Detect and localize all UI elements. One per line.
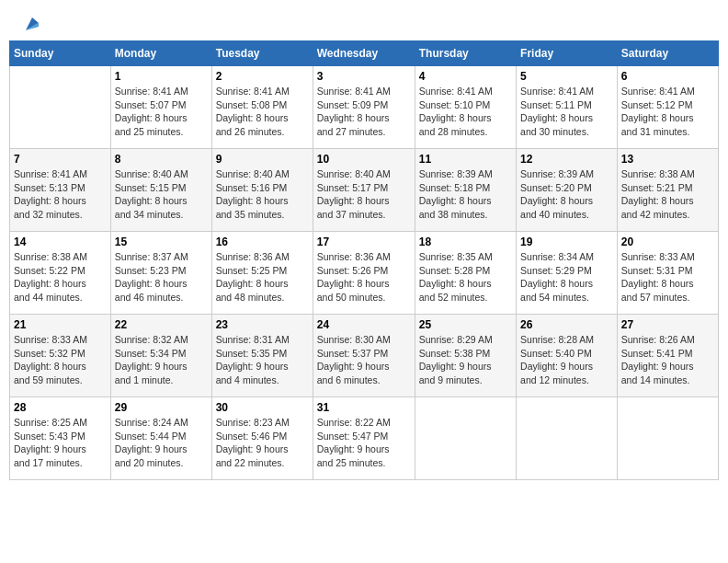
day-number: 7 (14, 153, 107, 166)
calendar-cell: 11Sunrise: 8:39 AM Sunset: 5:18 PM Dayli… (415, 149, 516, 232)
week-row-3: 14Sunrise: 8:38 AM Sunset: 5:22 PM Dayli… (10, 232, 719, 315)
day-number: 17 (317, 236, 411, 248)
day-info: Sunrise: 8:39 AM Sunset: 5:18 PM Dayligh… (419, 167, 512, 222)
day-number: 12 (520, 153, 613, 166)
day-info: Sunrise: 8:41 AM Sunset: 5:08 PM Dayligh… (216, 85, 309, 139)
day-info: Sunrise: 8:23 AM Sunset: 5:46 PM Dayligh… (216, 416, 309, 470)
day-info: Sunrise: 8:26 AM Sunset: 5:41 PM Dayligh… (621, 333, 714, 387)
week-row-4: 21Sunrise: 8:33 AM Sunset: 5:32 PM Dayli… (10, 315, 719, 397)
day-info: Sunrise: 8:41 AM Sunset: 5:09 PM Dayligh… (317, 85, 411, 139)
day-info: Sunrise: 8:41 AM Sunset: 5:07 PM Dayligh… (115, 85, 208, 139)
day-number: 8 (115, 153, 208, 166)
week-row-2: 7Sunrise: 8:41 AM Sunset: 5:13 PM Daylig… (10, 149, 719, 232)
day-info: Sunrise: 8:37 AM Sunset: 5:23 PM Dayligh… (115, 250, 208, 304)
calendar-cell: 31Sunrise: 8:22 AM Sunset: 5:47 PM Dayli… (313, 397, 415, 480)
calendar-cell: 26Sunrise: 8:28 AM Sunset: 5:40 PM Dayli… (517, 315, 618, 397)
calendar-cell: 3Sunrise: 8:41 AM Sunset: 5:09 PM Daylig… (313, 66, 415, 149)
day-number: 28 (14, 401, 107, 414)
calendar-cell: 2Sunrise: 8:41 AM Sunset: 5:08 PM Daylig… (211, 66, 313, 149)
calendar-cell (617, 397, 718, 480)
calendar-cell: 13Sunrise: 8:38 AM Sunset: 5:21 PM Dayli… (617, 149, 718, 232)
calendar-cell: 14Sunrise: 8:38 AM Sunset: 5:22 PM Dayli… (10, 232, 111, 315)
day-number: 14 (14, 236, 107, 248)
day-info: Sunrise: 8:30 AM Sunset: 5:37 PM Dayligh… (317, 333, 411, 387)
day-info: Sunrise: 8:40 AM Sunset: 5:15 PM Dayligh… (115, 167, 208, 222)
column-header-thursday: Thursday (415, 41, 516, 66)
column-header-friday: Friday (517, 41, 618, 66)
calendar-cell: 15Sunrise: 8:37 AM Sunset: 5:23 PM Dayli… (110, 232, 211, 315)
day-number: 9 (216, 153, 309, 166)
calendar-cell: 18Sunrise: 8:35 AM Sunset: 5:28 PM Dayli… (415, 232, 516, 315)
calendar-cell: 30Sunrise: 8:23 AM Sunset: 5:46 PM Dayli… (211, 397, 313, 480)
calendar-cell: 12Sunrise: 8:39 AM Sunset: 5:20 PM Dayli… (517, 149, 618, 232)
day-info: Sunrise: 8:40 AM Sunset: 5:17 PM Dayligh… (317, 167, 411, 222)
calendar-cell: 17Sunrise: 8:36 AM Sunset: 5:26 PM Dayli… (313, 232, 415, 315)
day-number: 27 (621, 318, 714, 331)
logo-icon (22, 14, 42, 34)
calendar-cell: 7Sunrise: 8:41 AM Sunset: 5:13 PM Daylig… (10, 149, 111, 232)
column-header-saturday: Saturday (617, 41, 718, 66)
day-number: 11 (419, 153, 512, 166)
day-number: 2 (216, 70, 309, 83)
calendar-cell: 1Sunrise: 8:41 AM Sunset: 5:07 PM Daylig… (110, 66, 211, 149)
day-number: 26 (520, 318, 613, 331)
day-number: 18 (419, 236, 512, 248)
day-info: Sunrise: 8:25 AM Sunset: 5:43 PM Dayligh… (14, 416, 107, 470)
day-info: Sunrise: 8:28 AM Sunset: 5:40 PM Dayligh… (520, 333, 613, 387)
day-info: Sunrise: 8:36 AM Sunset: 5:26 PM Dayligh… (317, 250, 411, 304)
day-number: 25 (419, 318, 512, 331)
calendar-cell: 29Sunrise: 8:24 AM Sunset: 5:44 PM Dayli… (110, 397, 211, 480)
day-number: 19 (520, 236, 613, 248)
day-info: Sunrise: 8:34 AM Sunset: 5:29 PM Dayligh… (520, 250, 613, 304)
day-info: Sunrise: 8:41 AM Sunset: 5:12 PM Dayligh… (621, 85, 714, 139)
calendar-cell: 19Sunrise: 8:34 AM Sunset: 5:29 PM Dayli… (517, 232, 618, 315)
calendar-body: 1Sunrise: 8:41 AM Sunset: 5:07 PM Daylig… (10, 66, 719, 480)
day-info: Sunrise: 8:32 AM Sunset: 5:34 PM Dayligh… (115, 333, 208, 387)
calendar-cell: 9Sunrise: 8:40 AM Sunset: 5:16 PM Daylig… (211, 149, 313, 232)
calendar-cell: 24Sunrise: 8:30 AM Sunset: 5:37 PM Dayli… (313, 315, 415, 397)
week-row-1: 1Sunrise: 8:41 AM Sunset: 5:07 PM Daylig… (10, 66, 719, 149)
day-number: 6 (621, 70, 714, 83)
column-header-wednesday: Wednesday (313, 41, 415, 66)
day-number: 29 (115, 401, 208, 414)
day-info: Sunrise: 8:36 AM Sunset: 5:25 PM Dayligh… (216, 250, 309, 304)
week-row-5: 28Sunrise: 8:25 AM Sunset: 5:43 PM Dayli… (10, 397, 719, 480)
calendar-header-row: SundayMondayTuesdayWednesdayThursdayFrid… (10, 41, 719, 66)
calendar-cell: 6Sunrise: 8:41 AM Sunset: 5:12 PM Daylig… (617, 66, 718, 149)
day-info: Sunrise: 8:22 AM Sunset: 5:47 PM Dayligh… (317, 416, 411, 470)
calendar-cell (517, 397, 618, 480)
day-number: 10 (317, 153, 411, 166)
calendar-cell: 22Sunrise: 8:32 AM Sunset: 5:34 PM Dayli… (110, 315, 211, 397)
page-header (9, 9, 719, 31)
calendar-cell: 20Sunrise: 8:33 AM Sunset: 5:31 PM Dayli… (617, 232, 718, 315)
day-number: 20 (621, 236, 714, 248)
day-info: Sunrise: 8:35 AM Sunset: 5:28 PM Dayligh… (419, 250, 512, 304)
day-number: 21 (14, 318, 107, 331)
day-info: Sunrise: 8:29 AM Sunset: 5:38 PM Dayligh… (419, 333, 512, 387)
calendar-cell: 23Sunrise: 8:31 AM Sunset: 5:35 PM Dayli… (211, 315, 313, 397)
day-number: 16 (216, 236, 309, 248)
column-header-tuesday: Tuesday (211, 41, 313, 66)
logo (18, 14, 42, 27)
day-info: Sunrise: 8:41 AM Sunset: 5:10 PM Dayligh… (419, 85, 512, 139)
calendar-cell: 5Sunrise: 8:41 AM Sunset: 5:11 PM Daylig… (517, 66, 618, 149)
day-info: Sunrise: 8:40 AM Sunset: 5:16 PM Dayligh… (216, 167, 309, 222)
column-header-monday: Monday (110, 41, 211, 66)
day-info: Sunrise: 8:24 AM Sunset: 5:44 PM Dayligh… (115, 416, 208, 470)
calendar-table: SundayMondayTuesdayWednesdayThursdayFrid… (9, 40, 719, 480)
calendar-cell: 27Sunrise: 8:26 AM Sunset: 5:41 PM Dayli… (617, 315, 718, 397)
day-number: 24 (317, 318, 411, 331)
day-number: 13 (621, 153, 714, 166)
day-number: 22 (115, 318, 208, 331)
calendar-cell: 10Sunrise: 8:40 AM Sunset: 5:17 PM Dayli… (313, 149, 415, 232)
day-number: 5 (520, 70, 613, 83)
calendar-cell: 28Sunrise: 8:25 AM Sunset: 5:43 PM Dayli… (10, 397, 111, 480)
day-info: Sunrise: 8:39 AM Sunset: 5:20 PM Dayligh… (520, 167, 613, 222)
day-info: Sunrise: 8:33 AM Sunset: 5:32 PM Dayligh… (14, 333, 107, 387)
day-number: 31 (317, 401, 411, 414)
calendar-cell: 8Sunrise: 8:40 AM Sunset: 5:15 PM Daylig… (110, 149, 211, 232)
calendar-cell (415, 397, 516, 480)
day-info: Sunrise: 8:38 AM Sunset: 5:21 PM Dayligh… (621, 167, 714, 222)
day-number: 23 (216, 318, 309, 331)
calendar-cell: 4Sunrise: 8:41 AM Sunset: 5:10 PM Daylig… (415, 66, 516, 149)
